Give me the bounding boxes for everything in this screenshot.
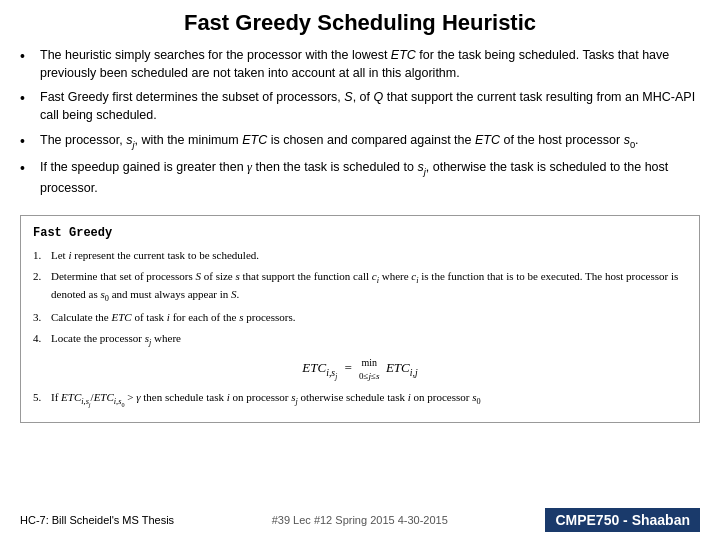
step-text-2: Determine that set of processors S of si…	[51, 269, 687, 305]
step-num: 4.	[33, 331, 51, 347]
slide-container: Fast Greedy Scheduling Heuristic • The h…	[0, 0, 720, 540]
bullet-dot: •	[20, 131, 36, 151]
list-item: • If the speedup gained is greater then …	[20, 158, 700, 197]
algorithm-box: Fast Greedy 1. Let i represent the curre…	[20, 215, 700, 424]
formula-text: ETCi,sj = min 0≤j≤s ETCi,j	[302, 355, 417, 384]
step-text-5: If ETCi,sj/ETCi,s0 > γ then schedule tas…	[51, 390, 687, 410]
footer: HC-7: Bill Scheidel's MS Thesis #39 Lec …	[20, 504, 700, 532]
algo-step-2: 2. Determine that set of processors S of…	[33, 269, 687, 305]
algo-step-5: 5. If ETCi,sj/ETCi,s0 > γ then schedule …	[33, 390, 687, 410]
step-num: 2.	[33, 269, 51, 285]
step-text-1: Let i represent the current task to be s…	[51, 248, 687, 264]
algo-step-4: 4. Locate the processor sj where	[33, 331, 687, 349]
bullet-dot: •	[20, 88, 36, 108]
step-text-3: Calculate the ETC of task i for each of …	[51, 310, 687, 326]
math-formula: ETCi,sj = min 0≤j≤s ETCi,j	[33, 355, 687, 384]
algo-step-1: 1. Let i represent the current task to b…	[33, 248, 687, 264]
algo-title: Fast Greedy	[33, 224, 687, 242]
bullet-dot: •	[20, 46, 36, 66]
bullet-text-3: The processor, sj, with the minimum ETC …	[40, 131, 700, 152]
list-item: • Fast Greedy first determines the subse…	[20, 88, 700, 124]
list-item: • The processor, sj, with the minimum ET…	[20, 131, 700, 152]
bullet-dot: •	[20, 158, 36, 178]
step-num: 1.	[33, 248, 51, 264]
algo-steps: 1. Let i represent the current task to b…	[33, 248, 687, 349]
footer-left: HC-7: Bill Scheidel's MS Thesis	[20, 514, 174, 526]
bullet-text-2: Fast Greedy first determines the subset …	[40, 88, 700, 124]
step-num: 3.	[33, 310, 51, 326]
footer-right: CMPE750 - Shaaban	[545, 508, 700, 532]
bullet-list: • The heuristic simply searches for the …	[20, 46, 700, 203]
footer-center: #39 Lec #12 Spring 2015 4-30-2015	[272, 514, 448, 526]
bullet-text-4: If the speedup gained is greater then γ …	[40, 158, 700, 197]
list-item: • The heuristic simply searches for the …	[20, 46, 700, 82]
slide-title: Fast Greedy Scheduling Heuristic	[20, 10, 700, 36]
step-num: 5.	[33, 390, 51, 406]
algo-step-3: 3. Calculate the ETC of task i for each …	[33, 310, 687, 326]
algo-steps-cont: 5. If ETCi,sj/ETCi,s0 > γ then schedule …	[33, 390, 687, 410]
step-text-4: Locate the processor sj where	[51, 331, 687, 349]
bullet-text-1: The heuristic simply searches for the pr…	[40, 46, 700, 82]
